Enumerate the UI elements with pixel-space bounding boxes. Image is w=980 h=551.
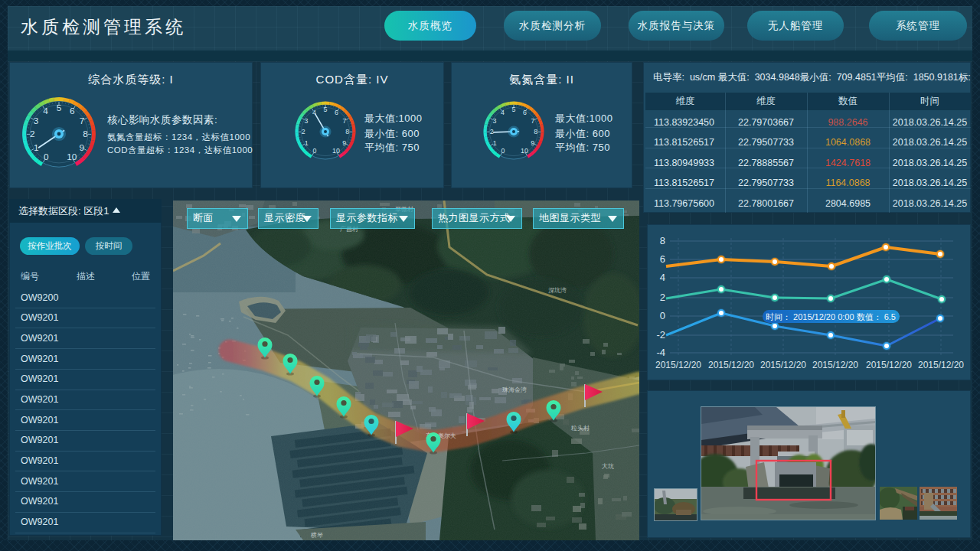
svg-text:0: 0	[501, 147, 505, 155]
svg-text:7: 7	[80, 116, 85, 126]
svg-text:2015/12/20: 2015/12/20	[918, 360, 964, 370]
svg-text:-4: -4	[656, 347, 665, 358]
svg-text:大坑: 大坑	[602, 463, 614, 470]
svg-text:-2: -2	[656, 329, 665, 341]
svg-text:9: 9	[342, 139, 346, 147]
svg-text:5: 5	[324, 106, 328, 113]
svg-text:1: 1	[305, 139, 309, 147]
svg-text:时间： 2015/12/20 0:00 数值： 6.5: 时间： 2015/12/20 0:00 数值： 6.5	[766, 312, 896, 321]
svg-text:深坑湾: 深坑湾	[548, 287, 567, 294]
svg-text:9: 9	[79, 142, 84, 153]
svg-text:1: 1	[493, 139, 497, 147]
svg-text:2015/12/20: 2015/12/20	[655, 360, 701, 370]
svg-text:2: 2	[30, 129, 35, 139]
svg-text:1: 1	[34, 142, 39, 153]
svg-text:8: 8	[534, 128, 537, 135]
svg-text:2015/12/20: 2015/12/20	[866, 360, 912, 370]
svg-text:横琴: 横琴	[310, 532, 323, 539]
svg-text:6: 6	[335, 109, 338, 116]
svg-text:4: 4	[660, 272, 665, 283]
svg-text:6: 6	[660, 253, 665, 265]
svg-text:4: 4	[501, 109, 505, 116]
svg-text:6: 6	[523, 109, 527, 116]
svg-text:2: 2	[302, 128, 305, 135]
svg-text:8: 8	[83, 129, 88, 139]
svg-text:0: 0	[313, 147, 317, 155]
svg-text:珠海金湾: 珠海金湾	[502, 386, 527, 393]
svg-text:6: 6	[70, 106, 75, 116]
svg-text:3: 3	[493, 117, 497, 125]
svg-text:10: 10	[67, 152, 77, 162]
svg-text:7: 7	[531, 117, 535, 125]
svg-text:粒头村: 粒头村	[570, 425, 590, 432]
svg-text:9: 9	[531, 139, 534, 147]
svg-text:5: 5	[512, 106, 516, 113]
svg-text:2: 2	[490, 128, 494, 135]
svg-text:4: 4	[43, 106, 48, 116]
svg-text:3: 3	[305, 117, 309, 125]
svg-text:8: 8	[345, 128, 349, 135]
svg-text:0: 0	[44, 152, 49, 162]
svg-text:0: 0	[660, 310, 665, 321]
svg-text:10: 10	[332, 147, 340, 155]
svg-text:5: 5	[57, 103, 62, 113]
svg-text:2015/12/20: 2015/12/20	[760, 360, 806, 370]
svg-text:2015/12/20: 2015/12/20	[708, 360, 754, 370]
svg-text:7: 7	[343, 117, 347, 125]
svg-text:2015/12/20: 2015/12/20	[812, 360, 858, 370]
svg-text:8: 8	[660, 235, 665, 246]
svg-text:3: 3	[34, 116, 39, 126]
svg-text:10: 10	[521, 147, 528, 155]
svg-text:2: 2	[660, 292, 665, 303]
